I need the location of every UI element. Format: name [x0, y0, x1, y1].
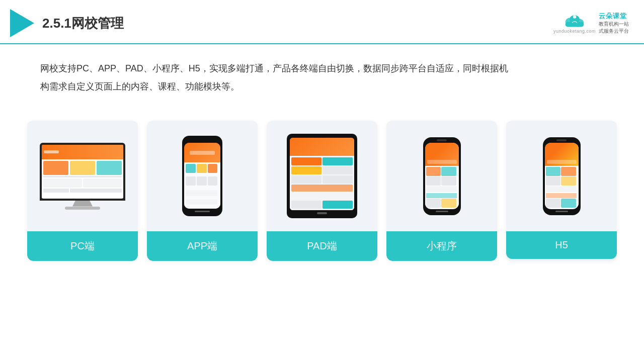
- card-pc-image: [27, 121, 138, 231]
- card-miniprogram-image: [386, 121, 497, 231]
- phone-screen: [184, 143, 220, 209]
- logo-triangle-icon: [10, 9, 34, 37]
- brand-slogan: 教育机构一站 式服务云平台: [599, 21, 629, 35]
- page-title: 2.5.1网校管理: [42, 15, 124, 32]
- cloud-icon: yunduoketang.com: [553, 13, 596, 34]
- brand-name: 云朵课堂: [599, 12, 627, 21]
- card-app-label: APP端: [147, 231, 258, 261]
- card-app-image: [147, 121, 258, 231]
- card-app: APP端: [147, 121, 258, 261]
- card-pc-label: PC端: [27, 231, 138, 261]
- h5-device-icon: [543, 137, 581, 215]
- card-pad: PAD端: [267, 121, 377, 261]
- h5-phone-screen: [545, 143, 579, 209]
- app-device-icon: [182, 136, 222, 216]
- device-cards-container: PC端: [0, 106, 644, 271]
- brand-logo: yunduoketang.com 云朵课堂 教育机构一站 式服务云平台: [553, 12, 629, 35]
- pad-device-icon: [287, 134, 357, 218]
- card-pad-image: [267, 121, 377, 231]
- card-pad-label: PAD端: [267, 231, 377, 261]
- card-h5-label: H5: [506, 231, 617, 259]
- card-h5-image: [506, 121, 617, 231]
- card-pc: PC端: [27, 121, 138, 261]
- tablet-screen: [290, 138, 354, 210]
- card-miniprogram-label: 小程序: [386, 231, 497, 261]
- card-miniprogram: 小程序: [386, 121, 497, 261]
- mini-phone-screen: [425, 143, 459, 209]
- svg-point-4: [573, 15, 577, 19]
- header-left: 2.5.1网校管理: [10, 9, 124, 37]
- miniprogram-device-icon: [423, 137, 461, 215]
- brand-text: 云朵课堂 教育机构一站 式服务云平台: [599, 12, 629, 35]
- page-header: 2.5.1网校管理 yunduoketang.com 云朵课堂 教育机构一站 式…: [0, 0, 644, 44]
- description-text: 网校支持PC、APP、PAD、小程序、H5，实现多端打通，产品各终端自由切换，数…: [0, 44, 553, 101]
- brand-url: yunduoketang.com: [553, 29, 596, 34]
- pc-device-icon: [40, 143, 125, 210]
- card-h5: H5: [506, 121, 617, 261]
- svg-rect-3: [566, 22, 584, 27]
